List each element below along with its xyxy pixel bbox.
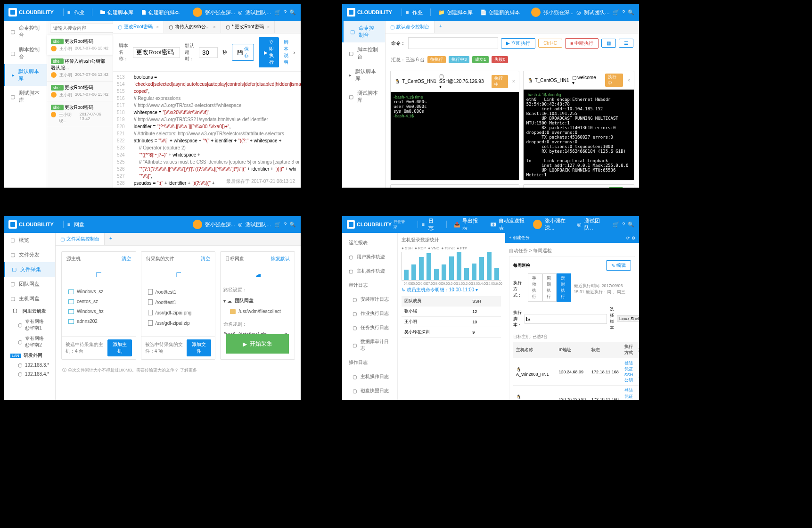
- terminal[interactable]: 🐧 T_CentOS_HN1▢ SSH@120.76.126.93 ▾执行中× …: [390, 71, 519, 181]
- search-input[interactable]: [50, 24, 116, 33]
- list-button[interactable]: ☰: [619, 39, 633, 48]
- tab[interactable]: ▢ 更改Root密码×: [113, 21, 164, 33]
- team-name[interactable]: 测试团队…: [246, 9, 271, 16]
- folder-icon: [230, 309, 236, 314]
- clear-link[interactable]: 清空: [122, 256, 131, 262]
- nav-jobs[interactable]: 作业: [70, 9, 88, 16]
- panel-terminal: CLOUDBILITY ≡ 作业 📁 创建脚本库 📄 创建新的脚本 张小强在深.…: [342, 4, 639, 188]
- time-range[interactable]: ↳ 成员主机命令明细：10:00-11:00 ▾: [402, 287, 501, 293]
- add-tab[interactable]: +: [105, 233, 117, 245]
- add-file-button[interactable]: 添加文件: [187, 339, 211, 356]
- files-col: 待采集的文件清空 /root/test1 /root/test1 /usr/gd…: [141, 251, 216, 360]
- panel-logs: CLOUDBILITY行云管家 ≡ 日志 📤 导出报表 📧 自动发送报表 张小强…: [342, 216, 639, 400]
- add-tab[interactable]: +: [435, 21, 447, 33]
- ctrlc-button[interactable]: Ctrl+C: [538, 39, 562, 48]
- editor-content: ▢ 更改Root密码× ▢ 将传入的ssh公...× ▢ * 更改Root密码×…: [113, 21, 301, 188]
- start-collect-button[interactable]: ▶ 开始采集: [226, 334, 289, 354]
- sidebar-default-lib[interactable]: ▸ 默认脚本库: [4, 64, 47, 86]
- close-icon[interactable]: ×: [156, 25, 159, 30]
- edit-button[interactable]: ✎ 编辑: [606, 260, 631, 271]
- script-item[interactable]: shell 更改Root密码王小明2017-07-06 13:42: [47, 82, 113, 101]
- avatar[interactable]: [193, 8, 202, 17]
- cart-icon[interactable]: 🛒: [274, 9, 281, 16]
- tab[interactable]: ▢ 将传入的ssh公...×: [164, 21, 221, 33]
- script-item[interactable]: shell 将传入的ssh公钥部署从服...王小明2017-07-06 13:4…: [47, 55, 113, 82]
- target-disk-col: 目标网盘恢复默认 路径设置： ▾ ☁团队网盘 /usr/wdm/filescol…: [220, 251, 295, 360]
- terminal[interactable]: 🐧 T_CentOS_HN1▢ SSH@120.76.126.93 ▾执行中× …: [390, 184, 519, 188]
- source-hosts-col: 源主机清空 Windows_sz centos_sz Windows_hz ad…: [61, 251, 136, 360]
- brand-logo: CLOUDBILITY: [8, 8, 54, 16]
- svg-point-2: [256, 274, 261, 277]
- tab[interactable]: ▢ * 更改Root密码×: [221, 21, 275, 33]
- close-icon[interactable]: ×: [267, 25, 270, 30]
- terminal[interactable]: 🐧 T_CentOS_HN1▢ welcome ▾执行中× -bash-4.1$…: [523, 71, 634, 181]
- help-icon[interactable]: ?: [284, 9, 287, 15]
- sidebar-script-console[interactable]: ▢ 脚本控制台: [4, 42, 47, 64]
- login-bar-chart: [402, 252, 501, 280]
- run-button[interactable]: ▶ 立即执行: [259, 37, 279, 67]
- note: ⓘ 单次文件累计大小不得超过100MB。需要传输更大的文件？ 了解更多: [56, 365, 301, 375]
- shell-select[interactable]: Linux Shell: [617, 315, 639, 322]
- top-toolbar: CLOUDBILITY ≡ 作业 创建脚本库 创建新的脚本 张小强在深... ◎…: [4, 4, 301, 21]
- team-ssh-table: 团队成员SSH 张小强12 王小明10 吴小峰在深圳9: [402, 296, 501, 338]
- left-sidebar: ▢ 命令控制台 ▢ 脚本控制台 ▸ 默认脚本库 ▢ 测试脚本库: [4, 21, 47, 188]
- name-input[interactable]: [133, 47, 180, 58]
- panel-script-editor: CLOUDBILITY ≡ 作业 创建脚本库 创建新的脚本 张小强在深... ◎…: [4, 4, 301, 188]
- code-editor[interactable]: 5135145155165175185195205215225235245255…: [113, 72, 301, 188]
- nav-netdisk[interactable]: 网盘: [70, 221, 88, 228]
- sidebar-test-lib[interactable]: ▢ 测试脚本库: [4, 86, 47, 107]
- file-icon: [175, 272, 181, 277]
- host-icon: [96, 272, 101, 277]
- sidebar-cmd-console[interactable]: ▢ 命令控制台: [342, 21, 385, 42]
- terminal[interactable]: 🐧 T_CentOS_HN1▢ welcome ▾成功× -bash-4.1$ …: [523, 184, 634, 188]
- grid-button[interactable]: ▦: [601, 39, 616, 48]
- script-input[interactable]: [525, 314, 607, 324]
- nav-jobs[interactable]: 作业: [409, 9, 427, 16]
- stop-button[interactable]: ■ 中断执行: [565, 38, 599, 49]
- file-plus-icon: [141, 9, 147, 15]
- script-list: ⇅ + shell 更改Root密码王小明2017-07-06 13:42 sh…: [47, 21, 113, 188]
- user-name[interactable]: 张小强在深...: [205, 9, 235, 16]
- cloud-icon: [255, 272, 261, 277]
- timeout-label: 默认超时：: [185, 42, 194, 62]
- team-icon[interactable]: ◎: [238, 9, 243, 16]
- desc-link[interactable]: 脚本说明: [284, 39, 289, 66]
- search-icon[interactable]: 🔍: [289, 9, 296, 16]
- close-icon[interactable]: ×: [213, 25, 216, 30]
- nav-logs[interactable]: 日志: [425, 217, 443, 231]
- sidebar-collect[interactable]: ▢ 文件采集: [4, 262, 55, 277]
- svg-rect-0: [97, 272, 101, 277]
- editor-tabs: ▢ 更改Root密码× ▢ 将传入的ssh公...× ▢ * 更改Root密码×: [113, 21, 301, 33]
- timeout-input[interactable]: [199, 47, 218, 58]
- panel-netdisk: CLOUDBILITY ≡ 网盘 张小强在深...◎测试团队…🛒?🔍 ▢ 概览 …: [4, 216, 301, 400]
- script-item[interactable]: shell 更改Root密码王小明2017-07-06 13:42: [47, 35, 113, 55]
- folder-plus-icon: [100, 9, 106, 15]
- new-script[interactable]: 📄 创建新的脚本: [476, 9, 524, 16]
- new-lib[interactable]: 📁 创建脚本库: [435, 9, 476, 16]
- new-script-lib[interactable]: 创建脚本库: [96, 9, 137, 16]
- host-table: 主机名称IP地址状态执行方式操作 🐧 A_Win2008_HN1120.24.6…: [513, 342, 639, 400]
- saved-status: 最后保存于 2017-07-21 08:13:12: [221, 175, 301, 188]
- name-label: 脚本名称：: [119, 42, 128, 62]
- save-button[interactable]: 💾 保存: [232, 44, 254, 61]
- run-button[interactable]: ▶ 立即执行: [501, 38, 535, 49]
- new-script[interactable]: 创建新的脚本: [137, 9, 183, 16]
- tab[interactable]: ▢ 默认命令控制台: [385, 21, 435, 33]
- add-host-button[interactable]: 添加主机: [107, 339, 132, 356]
- command-input[interactable]: [408, 37, 498, 49]
- sidebar-cmd-console[interactable]: ▢ 命令控制台: [4, 21, 47, 42]
- script-item[interactable]: shell 更改Root密码王小明现...2017-07-06 13:42: [47, 101, 113, 127]
- tab[interactable]: ▢ 文件采集控制台: [56, 233, 105, 245]
